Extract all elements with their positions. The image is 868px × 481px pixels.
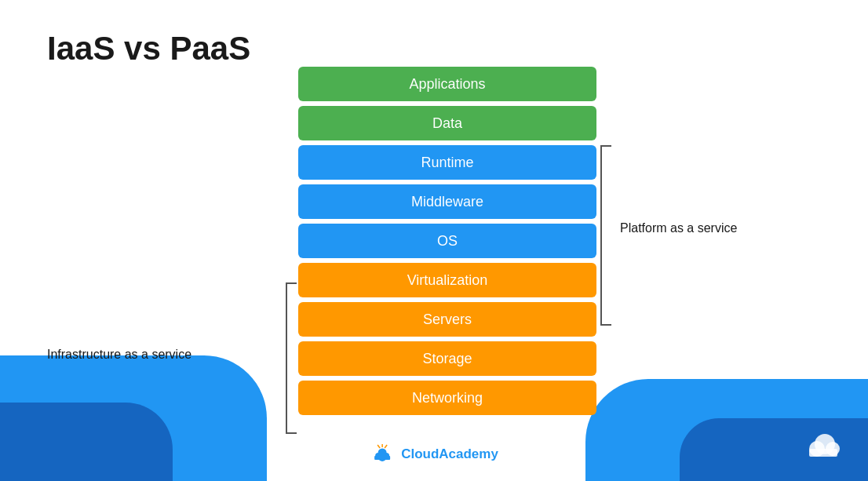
svg-rect-11 bbox=[809, 449, 837, 457]
stack-layer-middleware: Middleware bbox=[298, 184, 596, 219]
stack-layer-os: OS bbox=[298, 224, 596, 258]
stack-layer-applications: Applications bbox=[298, 67, 596, 101]
corner-decoration bbox=[801, 427, 844, 465]
stack-layer-runtime: Runtime bbox=[298, 145, 596, 180]
stack-layer-networking: Networking bbox=[298, 381, 596, 415]
svg-line-5 bbox=[377, 445, 380, 448]
stack-layer-servers: Servers bbox=[298, 302, 596, 337]
iaas-label: Infrastructure as a service bbox=[47, 348, 191, 362]
svg-point-3 bbox=[378, 449, 387, 457]
brand-name: CloudAcademy bbox=[401, 446, 498, 462]
paas-bracket bbox=[600, 145, 602, 326]
paas-label: Platform as a service bbox=[620, 221, 737, 235]
page-title: IaaS vs PaaS bbox=[47, 30, 250, 67]
svg-line-7 bbox=[385, 445, 387, 448]
stack-layer-data: Data bbox=[298, 106, 596, 140]
stack-diagram: ApplicationsDataRuntimeMiddlewareOSVirtu… bbox=[298, 67, 596, 415]
iaas-bracket bbox=[286, 282, 287, 434]
svg-rect-4 bbox=[374, 456, 390, 460]
stack-layer-virtualization: Virtualization bbox=[298, 263, 596, 297]
stack-layer-storage: Storage bbox=[298, 341, 596, 376]
cloudacademy-logo-icon bbox=[370, 442, 395, 467]
footer: CloudAcademy bbox=[370, 442, 498, 467]
